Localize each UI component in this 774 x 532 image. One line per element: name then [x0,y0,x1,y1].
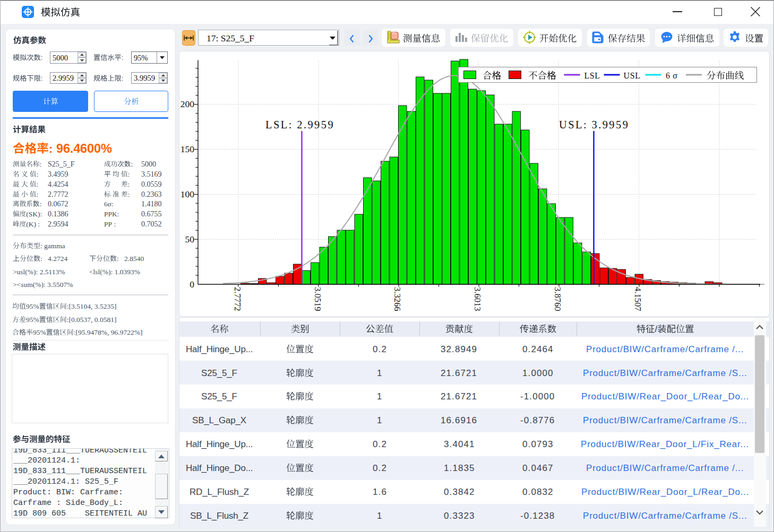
svg-text:Product/BIW/Carframe/Carframe: Product/BIW/Carframe/Carframe /S... [583,416,747,426]
svg-text:21.6721: 21.6721 [441,368,477,378]
svg-text:0.3323: 0.3323 [444,511,475,521]
svg-text:LSL: LSL [584,71,600,80]
svg-text:150: 150 [180,144,195,154]
svg-text:1.1835: 1.1835 [444,463,475,473]
svg-text:1: 1 [377,392,383,402]
svg-text:200: 200 [180,99,195,109]
svg-text:Product/BIW/Carframe/Carframe: Product/BIW/Carframe/Carframe /... [586,463,744,473]
svg-text:1: 1 [377,368,383,378]
svg-text:0.0467: 0.0467 [522,463,554,473]
svg-text:3.4041: 3.4041 [444,439,475,449]
svg-text:21.6721: 21.6721 [441,392,477,402]
svg-text:Product/BIW/Rear_Door_L/Fix_Re: Product/BIW/Rear_Door_L/Fix_Rear... [581,439,749,449]
svg-text:-0.8776: -0.8776 [520,416,555,426]
svg-text:1: 1 [377,511,383,521]
svg-text:-0.1238: -0.1238 [520,511,555,521]
svg-text:LSL: 2.9959: LSL: 2.9959 [265,119,334,130]
svg-text:Product/BIW/Carframe/Carframe: Product/BIW/Carframe/Carframe /... [586,344,744,354]
svg-text:1: 1 [377,416,383,426]
svg-text:SB_L_Flush_Z: SB_L_Flush_Z [190,511,248,521]
svg-text:32.8949: 32.8949 [441,344,477,354]
svg-text:S25_5_F: S25_5_F [201,368,237,378]
svg-text:4.1507: 4.1507 [633,287,643,311]
svg-text:Half_Hinge_Up...: Half_Hinge_Up... [186,344,253,354]
svg-text:50: 50 [185,234,195,245]
svg-text:USL: USL [624,71,641,80]
svg-text:-1.0000: -1.0000 [520,392,555,402]
svg-text:6 σ: 6 σ [666,71,677,80]
svg-text:0.2: 0.2 [373,439,387,449]
svg-text:/: / [655,324,657,334]
svg-text:1.0000: 1.0000 [522,368,554,378]
svg-text:1.6: 1.6 [373,487,387,497]
svg-text:16.6916: 16.6916 [441,416,477,426]
svg-text:3.0519: 3.0519 [313,287,323,311]
svg-text:2.7772: 2.7772 [233,287,243,311]
svg-text:3.8760: 3.8760 [553,287,563,311]
svg-text:RD_L_Flush_Z: RD_L_Flush_Z [190,487,249,497]
svg-text:Product/BIW/Rear_Door_L/Rear_D: Product/BIW/Rear_Door_L/Rear_Do... [581,392,749,402]
svg-text:Product/BIW/Carframe/Carframe: Product/BIW/Carframe/Carframe /S... [583,368,747,378]
svg-text:Half_Hinge_Up...: Half_Hinge_Up... [186,439,253,449]
svg-text:SB_L_Gap_X: SB_L_Gap_X [192,416,246,426]
svg-text:Product/BIW/Rear_Door_L/Rear_D: Product/BIW/Rear_Door_L/Rear_Do... [581,487,749,497]
svg-text:3.6013: 3.6013 [472,287,483,311]
svg-text:0: 0 [190,279,194,290]
svg-text:S25_5_F: S25_5_F [201,392,237,402]
svg-text:0.0793: 0.0793 [522,439,554,449]
svg-text:0.0832: 0.0832 [522,487,554,497]
svg-text:Half_Hinge_Do...: Half_Hinge_Do... [186,463,253,473]
svg-text:Product/BIW/Carframe/Carframe: Product/BIW/Carframe/Carframe /S... [583,511,747,521]
svg-text:USL: 3.9959: USL: 3.9959 [559,119,629,130]
svg-text:0.2: 0.2 [373,463,387,473]
svg-text:0.2464: 0.2464 [522,344,554,354]
svg-text:3.3266: 3.3266 [392,287,402,311]
svg-text:0.3842: 0.3842 [444,487,475,497]
svg-text:0.2: 0.2 [373,344,387,354]
svg-text:100: 100 [180,189,195,199]
